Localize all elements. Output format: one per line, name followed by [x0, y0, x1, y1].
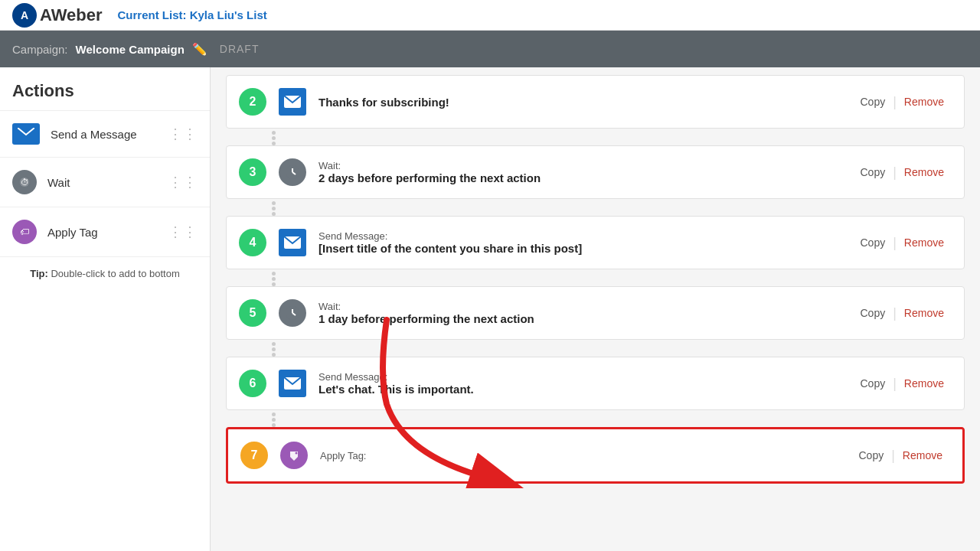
svg-text:🏷: 🏷 — [20, 227, 29, 237]
drag-handle-tag[interactable]: ⋮⋮ — [168, 223, 198, 240]
step-type-5: Wait: — [318, 301, 852, 312]
step-content-6: Send Message: Let's chat. This is import… — [318, 371, 852, 396]
campaign-label: Campaign: — [12, 43, 68, 56]
action-item-left: Send a Message — [12, 123, 137, 145]
remove-button-4[interactable]: Remove — [897, 233, 952, 252]
step-content-4: Send Message: [Insert title of the conte… — [318, 230, 852, 255]
campaign-list: 2 Thanks for subscribing! Copy | Remove — [211, 67, 980, 484]
tag-icon: 🏷 — [12, 220, 37, 244]
remove-button-2[interactable]: Remove — [897, 93, 952, 111]
step-type-3: Wait: — [318, 160, 852, 171]
svg-text:⏱: ⏱ — [21, 178, 29, 187]
step-icon-email-6 — [279, 370, 306, 397]
current-list-label[interactable]: Current List: Kyla Liu's List — [118, 8, 267, 21]
step-connector-2 — [226, 201, 965, 216]
send-message-label: Send a Message — [51, 128, 137, 141]
svg-text:A: A — [21, 9, 28, 21]
wait-icon: ⏱ — [12, 170, 37, 194]
step-content-3: Wait: 2 days before performing the next … — [318, 160, 852, 184]
step-number-4: 4 — [239, 229, 266, 256]
copy-button-2[interactable]: Copy — [852, 93, 893, 111]
drag-handle[interactable]: ⋮⋮ — [168, 126, 198, 142]
campaign-step-6: 6 Send Message: Let's chat. This is impo… — [226, 357, 965, 410]
campaign-bar: Campaign: Welcome Campaign ✏️ DRAFT — [0, 31, 980, 67]
logo: A AWeber — [12, 3, 103, 28]
sidebar-item-wait[interactable]: ⏱ Wait ⋮⋮ — [0, 158, 210, 207]
step-content-2: Thanks for subscribing! — [318, 96, 852, 109]
edit-campaign-icon[interactable]: ✏️ — [192, 42, 207, 57]
sidebar: Actions Send a Message ⋮⋮ ⏱ Wait ⋮⋮ — [0, 67, 211, 551]
step-actions-3: Copy | Remove — [852, 163, 952, 181]
step-number-2: 2 — [239, 88, 266, 116]
step-detail-5: 1 day before performing the next action — [318, 312, 852, 325]
remove-button-3[interactable]: Remove — [897, 163, 952, 181]
main-layout: Actions Send a Message ⋮⋮ ⏱ Wait ⋮⋮ — [0, 67, 980, 551]
step-icon-wait-3 — [279, 158, 306, 186]
wait-label: Wait — [47, 176, 70, 189]
tip-box: Tip: Double-click to add to bottom — [0, 257, 210, 290]
step-detail-2: Thanks for subscribing! — [318, 96, 852, 109]
copy-button-7[interactable]: Copy — [851, 446, 891, 465]
apply-tag-label: Apply Tag — [47, 226, 98, 239]
logo-text: AWeber — [40, 5, 103, 25]
step-icon-email-4 — [279, 229, 306, 256]
step-type-7: Apply Tag: — [320, 450, 851, 461]
tip-text: Double-click to add to bottom — [48, 268, 180, 279]
aweber-logo-icon: A — [12, 3, 37, 28]
campaign-step-4: 4 Send Message: [Insert title of the con… — [226, 216, 965, 269]
copy-button-4[interactable]: Copy — [852, 233, 893, 252]
step-type-6: Send Message: — [318, 371, 852, 383]
copy-button-6[interactable]: Copy — [852, 374, 893, 393]
step-number-6: 6 — [239, 370, 266, 397]
campaign-step-3: 3 Wait: 2 days before performing the nex… — [226, 145, 965, 199]
sidebar-item-apply-tag[interactable]: 🏷 Apply Tag ⋮⋮ — [0, 207, 210, 257]
sidebar-item-send-message[interactable]: Send a Message ⋮⋮ — [0, 111, 210, 158]
step-detail-4: [Insert title of the content you share i… — [318, 242, 852, 255]
step-connector-3 — [226, 271, 965, 286]
step-detail-6: Let's chat. This is important. — [318, 383, 852, 396]
step-connector-5 — [226, 412, 965, 427]
step-icon-wait-5 — [279, 299, 306, 327]
step-detail-3: 2 days before performing the next action — [318, 171, 852, 184]
copy-button-5[interactable]: Copy — [852, 304, 893, 322]
campaign-step-5: 5 Wait: 1 day before performing the next… — [226, 286, 965, 340]
action-item-left-tag: 🏷 Apply Tag — [12, 220, 98, 244]
step-type-4: Send Message: — [318, 230, 852, 242]
step-icon-email — [279, 88, 306, 116]
remove-button-7[interactable]: Remove — [895, 446, 950, 465]
step-number-5: 5 — [239, 299, 266, 327]
step-content-7: Apply Tag: — [320, 450, 851, 461]
step-number-7: 7 — [240, 442, 268, 469]
tip-label: Tip: — [30, 268, 48, 279]
step-content-5: Wait: 1 day before performing the next a… — [318, 301, 852, 325]
campaign-step-7: 7 Apply Tag: Copy | Remove — [226, 427, 965, 484]
step-actions-7: Copy | Remove — [851, 446, 950, 465]
action-item-left-wait: ⏱ Wait — [12, 170, 70, 194]
drag-handle-wait[interactable]: ⋮⋮ — [168, 174, 198, 191]
sidebar-title: Actions — [0, 67, 210, 111]
svg-point-20 — [296, 452, 298, 455]
remove-button-5[interactable]: Remove — [897, 304, 952, 322]
step-number-3: 3 — [239, 158, 266, 186]
campaign-name: Welcome Campaign — [76, 43, 185, 56]
step-actions-5: Copy | Remove — [852, 304, 952, 322]
step-actions-2: Copy | Remove — [852, 93, 952, 111]
step-icon-tag-7 — [280, 442, 308, 469]
campaign-step-2: 2 Thanks for subscribing! Copy | Remove — [226, 75, 965, 129]
step-connector — [226, 130, 965, 145]
draft-badge: DRAFT — [220, 43, 260, 55]
copy-button-3[interactable]: Copy — [852, 163, 893, 181]
step-actions-6: Copy | Remove — [852, 374, 952, 393]
email-icon — [12, 123, 40, 145]
remove-button-6[interactable]: Remove — [897, 374, 952, 393]
top-bar: A AWeber Current List: Kyla Liu's List — [0, 0, 980, 31]
content-area: 2 Thanks for subscribing! Copy | Remove — [211, 67, 980, 551]
step-actions-4: Copy | Remove — [852, 233, 952, 252]
step-connector-4 — [226, 341, 965, 357]
